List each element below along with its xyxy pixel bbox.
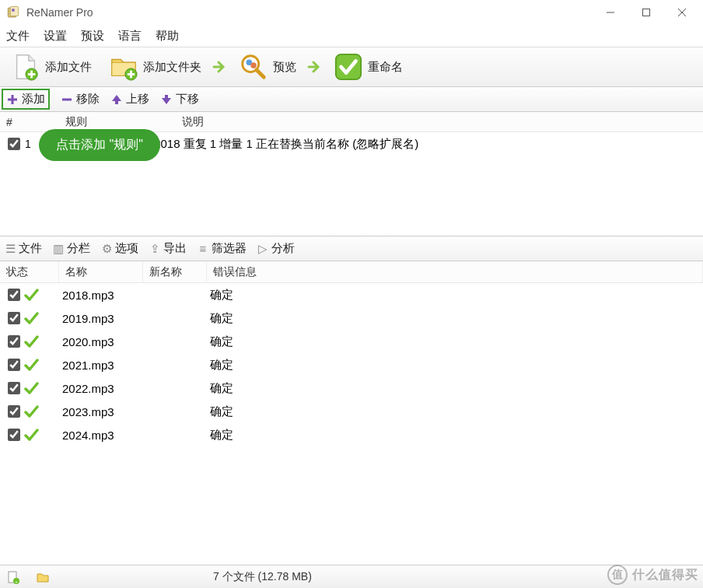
status-icon-doc[interactable]: + xyxy=(6,570,20,584)
add-rule-tooltip: 点击添加 "规则" xyxy=(39,129,160,161)
gear-icon: ⚙ xyxy=(101,243,112,254)
files-header: 状态 名称 新名称 错误信息 xyxy=(0,261,703,283)
file-checkbox[interactable] xyxy=(8,382,20,394)
svg-line-15 xyxy=(257,70,264,78)
arrow-down-icon xyxy=(160,93,173,106)
file-error: 确定 xyxy=(210,311,703,326)
file-error: 确定 xyxy=(210,358,703,373)
menu-help[interactable]: 帮助 xyxy=(156,29,179,44)
check-icon xyxy=(23,404,39,419)
arrow-right-icon xyxy=(307,59,323,75)
files-tab-export-label: 导出 xyxy=(163,241,187,256)
svg-rect-3 xyxy=(643,9,650,16)
check-icon xyxy=(23,380,39,396)
rules-list: # 规则 说明 1 增量序列化起始于 2018 重复 1 增量 1 正在替换当前… xyxy=(0,112,703,236)
file-checkbox[interactable] xyxy=(8,429,20,441)
rules-col-rule[interactable]: 规则 xyxy=(59,115,176,129)
menu-presets[interactable]: 预设 xyxy=(81,29,104,44)
maximize-button[interactable] xyxy=(628,1,664,24)
menu-settings[interactable]: 设置 xyxy=(44,29,67,44)
files-tab-files[interactable]: ☰ 文件 xyxy=(5,241,42,256)
files-tab-options[interactable]: ⚙ 选项 xyxy=(101,241,138,256)
file-checkbox[interactable] xyxy=(8,405,20,418)
move-down-label: 下移 xyxy=(176,92,199,107)
file-checkbox[interactable] xyxy=(8,335,20,348)
file-checkbox[interactable] xyxy=(8,359,20,371)
filter-icon: ≡ xyxy=(198,243,208,254)
add-folders-label: 添加文件夹 xyxy=(143,60,201,75)
rules-col-num[interactable]: # xyxy=(0,116,59,128)
main-toolbar: 添加文件 添加文件夹 预览 xyxy=(0,47,703,87)
add-files-label: 添加文件 xyxy=(45,60,92,75)
preview-button[interactable]: 预览 xyxy=(233,51,303,83)
app-icon xyxy=(6,5,20,19)
file-error: 确定 xyxy=(210,334,703,349)
file-row[interactable]: 2022.mp3确定 xyxy=(0,376,703,400)
svg-text:+: + xyxy=(15,579,18,584)
preview-icon xyxy=(239,52,268,82)
files-col-name[interactable]: 名称 xyxy=(59,261,143,282)
check-icon xyxy=(23,334,39,349)
file-add-icon xyxy=(11,52,40,82)
file-row[interactable]: 2024.mp3确定 xyxy=(0,423,703,446)
file-row[interactable]: 2021.mp3确定 xyxy=(0,353,703,376)
files-toolbar: ☰ 文件 ▥ 分栏 ⚙ 选项 ⇪ 导出 ≡ 筛选器 ▷ 分析 xyxy=(0,236,703,261)
files-tab-columns[interactable]: ▥ 分栏 xyxy=(53,241,90,256)
files-col-new[interactable]: 新名称 xyxy=(143,261,207,282)
remove-rule-button[interactable]: 移除 xyxy=(61,92,100,107)
file-checkbox[interactable] xyxy=(8,289,20,301)
export-icon: ⇪ xyxy=(149,243,160,254)
files-tab-filter[interactable]: ≡ 筛选器 xyxy=(198,241,247,256)
files-tab-analyze-label: 分析 xyxy=(271,241,295,256)
move-down-button[interactable]: 下移 xyxy=(160,92,199,107)
rules-col-desc[interactable]: 说明 xyxy=(176,115,703,129)
minus-icon xyxy=(61,93,73,106)
add-rule-button[interactable]: 添加 xyxy=(2,89,50,110)
files-col-err[interactable]: 错误信息 xyxy=(207,261,703,282)
file-row[interactable]: 2023.mp3确定 xyxy=(0,400,703,423)
close-button[interactable] xyxy=(664,1,700,24)
statusbar: + 7 个文件 (12.78 MB) xyxy=(0,565,703,588)
file-name: 2022.mp3 xyxy=(62,382,146,395)
files-tab-options-label: 选项 xyxy=(115,241,138,256)
plus-icon xyxy=(6,93,19,106)
check-icon xyxy=(23,427,39,443)
rename-label: 重命名 xyxy=(368,60,403,75)
rename-button[interactable]: 重命名 xyxy=(327,51,409,83)
file-name: 2023.mp3 xyxy=(62,405,146,418)
folder-add-icon xyxy=(109,52,138,82)
file-row[interactable]: 2020.mp3确定 xyxy=(0,330,703,353)
file-name: 2019.mp3 xyxy=(62,312,146,325)
file-error: 确定 xyxy=(210,428,703,443)
file-checkbox[interactable] xyxy=(8,312,20,324)
file-error: 确定 xyxy=(210,288,703,303)
rule-checkbox[interactable] xyxy=(8,138,20,150)
files-tab-analyze[interactable]: ▷ 分析 xyxy=(257,241,295,256)
status-file-count: 7 个文件 (12.78 MB) xyxy=(213,570,312,584)
add-folders-button[interactable]: 添加文件夹 xyxy=(103,51,208,83)
folder-icon xyxy=(36,570,50,584)
files-col-state[interactable]: 状态 xyxy=(0,261,59,282)
document-icon: + xyxy=(6,570,20,584)
menu-file[interactable]: 文件 xyxy=(6,29,30,44)
arrow-right-icon xyxy=(212,59,228,75)
move-up-label: 上移 xyxy=(126,92,149,107)
move-up-button[interactable]: 上移 xyxy=(110,92,149,107)
menu-language[interactable]: 语言 xyxy=(118,29,142,44)
file-row[interactable]: 2018.mp3确定 xyxy=(0,283,703,306)
check-icon xyxy=(23,287,39,303)
file-name: 2024.mp3 xyxy=(62,429,146,442)
file-name: 2020.mp3 xyxy=(62,335,146,348)
app-title: ReNamer Pro xyxy=(26,6,93,19)
rename-check-icon xyxy=(334,52,363,82)
columns-icon: ▥ xyxy=(53,243,64,254)
rules-toolbar: 添加 移除 上移 下移 xyxy=(0,87,703,112)
file-row[interactable]: 2019.mp3确定 xyxy=(0,306,703,330)
files-tab-export[interactable]: ⇪ 导出 xyxy=(149,241,187,256)
minimize-button[interactable] xyxy=(593,1,628,24)
status-icon-folder[interactable] xyxy=(36,570,50,584)
files-tab-files-label: 文件 xyxy=(19,241,42,256)
add-files-button[interactable]: 添加文件 xyxy=(5,51,98,83)
titlebar: ReNamer Pro xyxy=(0,0,703,25)
file-error: 确定 xyxy=(210,381,703,396)
